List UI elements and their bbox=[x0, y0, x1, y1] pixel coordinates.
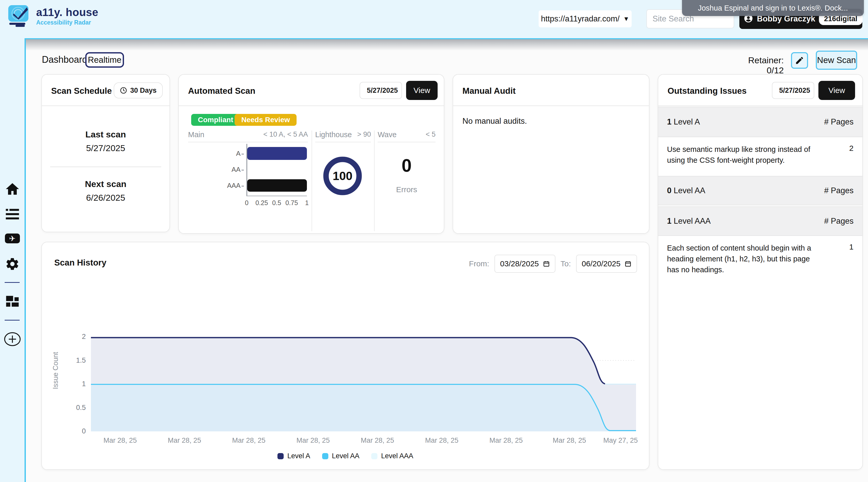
automated-scan-title: Automated Scan bbox=[188, 86, 255, 96]
bar-category-a: A bbox=[224, 150, 244, 158]
logo-subtitle: Accessibility Radar bbox=[36, 19, 98, 26]
notification-toast: Joshua Espinal and sign in to Lexis®. Do… bbox=[682, 0, 864, 16]
new-scan-button[interactable]: New Scan bbox=[816, 51, 857, 70]
add-circle-icon[interactable] bbox=[0, 332, 25, 347]
main-bar-chart bbox=[246, 144, 307, 196]
needs-review-badge: Needs Review bbox=[235, 114, 297, 126]
automated-scan-date-chip[interactable]: 5/27/2025 bbox=[360, 82, 402, 99]
compliant-badge: Compliant bbox=[191, 114, 240, 126]
schedule-frequency-badge: 30 Days bbox=[114, 83, 163, 98]
manual-audit-empty-text: No manual audits. bbox=[462, 117, 527, 126]
ticket-plane-icon[interactable]: ✈ bbox=[0, 233, 25, 243]
sidebar: ✈ bbox=[0, 38, 26, 482]
list-icon[interactable] bbox=[0, 208, 25, 221]
legend-swatch bbox=[371, 453, 377, 459]
issue-row[interactable]: Each section of content should begin wit… bbox=[658, 243, 862, 275]
panel-divider bbox=[312, 130, 312, 231]
lighthouse-target: > 90 bbox=[357, 130, 371, 138]
toast-text: Joshua Espinal and sign in to Lexis®. Do… bbox=[698, 4, 848, 12]
bar-xtick: 1 bbox=[298, 199, 316, 207]
clock-icon bbox=[120, 87, 127, 94]
legend-swatch bbox=[277, 453, 284, 459]
x-tick: Mar 28, 25 bbox=[97, 437, 144, 445]
wave-error-label: Errors bbox=[378, 185, 436, 194]
edit-retainer-button[interactable] bbox=[791, 52, 808, 69]
wave-target: < 5 bbox=[426, 130, 436, 138]
issue-group-level-aaa: 1 Level AAA # Pages bbox=[658, 206, 862, 236]
top-bar: a11y. house Accessibility Radar https://… bbox=[0, 0, 868, 38]
last-scan-date: 5/27/2025 bbox=[42, 143, 169, 153]
scan-history-area-chart bbox=[91, 337, 636, 431]
home-icon[interactable] bbox=[0, 182, 25, 197]
scan-history-title: Scan History bbox=[54, 258, 106, 267]
main-subheader: Main < 10 A, < 5 AA bbox=[188, 130, 308, 142]
scan-schedule-card: Scan Schedule 30 Days Last scan 5/27/202… bbox=[41, 74, 170, 232]
logo-monitor-check-icon bbox=[7, 4, 32, 28]
gear-icon[interactable] bbox=[0, 257, 25, 271]
logo-text: a11y. house Accessibility Radar bbox=[36, 6, 98, 26]
bar-category-aaa: AAA bbox=[224, 182, 244, 190]
last-scan-label: Last scan bbox=[42, 129, 169, 139]
lighthouse-score: 100 bbox=[321, 154, 364, 198]
issue-row[interactable]: Use semantic markup like strong instead … bbox=[658, 144, 862, 166]
dropdown-caret-icon: ▼ bbox=[623, 15, 629, 23]
scan-schedule-title: Scan Schedule bbox=[51, 86, 112, 96]
issue-group-level-a: 1 Level A # Pages bbox=[658, 107, 862, 137]
outstanding-date-chip[interactable]: 5/27/2025 bbox=[772, 82, 814, 99]
y-tick: 2 bbox=[68, 333, 86, 341]
outstanding-view-button[interactable]: View bbox=[818, 81, 855, 100]
site-url-dropdown[interactable]: https://a11yradar.com/ ▼ bbox=[538, 10, 632, 27]
panel-divider bbox=[374, 130, 375, 231]
x-tick: May 27, 25 bbox=[597, 437, 644, 445]
y-tick: 0.5 bbox=[68, 404, 86, 412]
logo-title: a11y. house bbox=[36, 6, 98, 19]
next-scan-label: Next scan bbox=[42, 179, 169, 189]
y-axis-title: Issue Count bbox=[52, 371, 60, 389]
to-label: To: bbox=[561, 259, 571, 268]
realtime-button[interactable]: Realtime bbox=[85, 52, 124, 68]
lighthouse-subheader: Lighthouse > 90 bbox=[315, 130, 371, 142]
retainer-label: Retainer: 0/12 bbox=[730, 55, 784, 75]
y-tick: 1 bbox=[68, 380, 86, 388]
legend-level-aaa: Level AAA bbox=[371, 452, 413, 460]
x-tick: Mar 28, 25 bbox=[161, 437, 208, 445]
manual-audit-card: Manual Audit No manual audits. bbox=[453, 74, 649, 234]
chart-legend: Level A Level AA Level AAA bbox=[42, 452, 649, 460]
bar-level-aaa bbox=[247, 179, 307, 192]
sidebar-divider bbox=[5, 320, 20, 321]
y-tick: 0 bbox=[68, 427, 86, 435]
wave-subheader: Wave < 5 bbox=[378, 130, 436, 142]
page-title: Dashboard bbox=[42, 54, 87, 65]
y-tick: 1.5 bbox=[68, 356, 86, 364]
pages-header: # Pages bbox=[824, 217, 854, 226]
automated-scan-card: Automated Scan 5/27/2025 View Compliant … bbox=[178, 74, 444, 234]
dashboard-grid-icon[interactable] bbox=[0, 294, 25, 309]
from-date-input[interactable]: 03/28/2025 bbox=[494, 255, 555, 273]
main-content: Dashboard Realtime Retainer: 0/12 New Sc… bbox=[26, 38, 868, 482]
schedule-divider bbox=[50, 167, 161, 167]
calendar-icon bbox=[543, 260, 550, 267]
outstanding-issues-card: Outstanding Issues 5/27/2025 View 1 Leve… bbox=[658, 74, 863, 470]
legend-swatch bbox=[322, 453, 328, 459]
outstanding-issues-title: Outstanding Issues bbox=[668, 86, 747, 96]
x-tick: Mar 28, 25 bbox=[483, 437, 529, 445]
next-scan-date: 6/26/2025 bbox=[42, 193, 169, 203]
pencil-icon bbox=[795, 56, 804, 65]
bar-level-a bbox=[247, 147, 307, 160]
x-tick: Mar 28, 25 bbox=[546, 437, 593, 445]
manual-audit-title: Manual Audit bbox=[462, 86, 516, 96]
calendar-icon bbox=[625, 260, 631, 267]
legend-level-a: Level A bbox=[277, 452, 310, 460]
main-target: < 10 A, < 5 AA bbox=[263, 130, 308, 138]
x-tick: Mar 28, 25 bbox=[225, 437, 272, 445]
legend-level-aa: Level AA bbox=[322, 452, 360, 460]
pages-header: # Pages bbox=[824, 186, 854, 195]
pages-header: # Pages bbox=[824, 117, 854, 127]
from-label: From: bbox=[469, 259, 489, 268]
issue-page-count: 2 bbox=[849, 144, 854, 166]
site-url-value: https://a11yradar.com/ bbox=[541, 14, 619, 24]
x-tick: Mar 28, 25 bbox=[418, 437, 465, 445]
app-logo[interactable]: a11y. house Accessibility Radar bbox=[7, 4, 98, 28]
automated-scan-view-button[interactable]: View bbox=[406, 81, 438, 100]
to-date-input[interactable]: 06/20/2025 bbox=[576, 255, 637, 273]
